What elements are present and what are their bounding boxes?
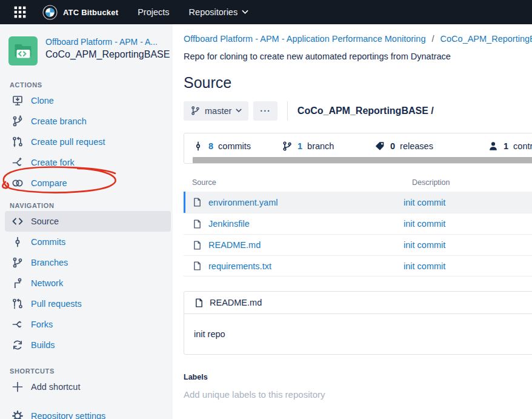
nav-network[interactable]: Network xyxy=(0,273,173,293)
nav-pull-requests-label: Pull requests xyxy=(31,299,82,309)
stat-releases[interactable]: 0 releases xyxy=(374,141,488,152)
action-create-pull-request-label: Create pull request xyxy=(31,137,105,147)
nav-repositories-label: Repositories xyxy=(189,7,238,17)
clone-icon xyxy=(11,95,24,107)
builds-icon xyxy=(11,339,24,351)
repo-stats-card: 8 commits 1 branch xyxy=(184,133,532,164)
repo-name: CoCo_APM_ReportingBASE xyxy=(45,48,170,61)
stat-commits-label: commits xyxy=(218,141,251,151)
repo-titles: Offboard Platform - APM - A... CoCo_APM_… xyxy=(45,36,170,61)
bmw-logo-icon[interactable] xyxy=(42,5,58,20)
top-navbar: ATC Bitbucket Projects Repositories xyxy=(0,0,532,24)
nav-commits[interactable]: Commits xyxy=(0,232,173,252)
file-icon xyxy=(192,197,202,207)
commit-message-link[interactable]: init commit xyxy=(404,219,532,229)
pull-requests-icon xyxy=(11,298,24,310)
table-row[interactable]: README.md init commit xyxy=(184,234,532,255)
sidebar: Offboard Platform - APM - A... CoCo_APM_… xyxy=(0,24,173,419)
add-shortcut-button[interactable]: Add shortcut xyxy=(0,377,173,397)
app-switcher-icon[interactable] xyxy=(13,5,27,19)
action-create-fork[interactable]: Create fork xyxy=(0,152,173,173)
repo-header: Offboard Platform - APM - A... CoCo_APM_… xyxy=(0,24,173,73)
file-icon xyxy=(194,298,204,308)
more-actions-label: ··· xyxy=(260,106,271,116)
readme-content: init repo xyxy=(184,313,532,354)
column-description: Description xyxy=(412,178,532,187)
file-link[interactable]: requirements.txt xyxy=(208,261,271,271)
main-content: Offboard Platform - APM - Application Pe… xyxy=(173,24,532,419)
compare-icon xyxy=(11,177,24,189)
branch-selector-button[interactable]: master xyxy=(184,101,248,121)
nav-builds[interactable]: Builds xyxy=(0,335,173,355)
stat-branches[interactable]: 1 branch xyxy=(282,141,374,152)
readme-filename[interactable]: README.md xyxy=(210,298,262,307)
action-compare-label: Compare xyxy=(31,178,67,188)
commit-message-link[interactable]: init commit xyxy=(404,261,532,271)
branch-icon xyxy=(282,141,293,152)
nav-pull-requests[interactable]: Pull requests xyxy=(0,293,173,314)
table-row[interactable]: environment.yaml init commit xyxy=(184,192,532,213)
add-shortcut-label: Add shortcut xyxy=(31,382,80,392)
action-clone-label: Clone xyxy=(31,96,54,106)
nav-projects[interactable]: Projects xyxy=(138,7,169,17)
stat-commits-value: 8 xyxy=(208,141,213,151)
nav-source-label: Source xyxy=(31,216,59,226)
breadcrumb-repo-link[interactable]: CoCo_APM_ReportingBASE xyxy=(441,34,532,44)
labels-section: Labels Add unique labels to this reposit… xyxy=(184,373,532,400)
app-title[interactable]: ATC Bitbucket xyxy=(63,8,118,17)
file-link[interactable]: README.md xyxy=(208,240,261,250)
breadcrumb-separator: / xyxy=(432,34,434,44)
file-link[interactable]: environment.yaml xyxy=(208,198,278,207)
nav-repositories[interactable]: Repositories xyxy=(189,7,249,17)
commit-icon xyxy=(11,236,24,248)
file-icon xyxy=(192,240,202,250)
nav-forks[interactable]: Forks xyxy=(0,314,173,335)
navigation-header: NAVIGATION xyxy=(10,202,173,209)
action-compare[interactable]: Compare xyxy=(0,173,173,193)
action-create-fork-label: Create fork xyxy=(31,158,75,167)
file-link[interactable]: Jenkinsfile xyxy=(208,219,250,229)
forks-icon xyxy=(11,318,24,330)
column-source: Source xyxy=(192,178,412,187)
stat-contributors[interactable]: 1 contributors xyxy=(488,141,532,152)
actions-header: ACTIONS xyxy=(10,81,173,89)
nav-network-label: Network xyxy=(31,278,63,288)
nav-commits-label: Commits xyxy=(31,237,65,247)
fork-icon xyxy=(11,156,24,169)
branch-selector-value: master xyxy=(205,106,231,116)
stats-horizontal-scrollbar[interactable] xyxy=(193,157,532,163)
nav-projects-label: Projects xyxy=(138,7,169,17)
chevron-down-icon xyxy=(236,109,242,113)
breadcrumb: Offboard Platform - APM - Application Pe… xyxy=(184,34,532,44)
table-row[interactable]: Jenkinsfile init commit xyxy=(184,213,532,234)
more-actions-button[interactable]: ··· xyxy=(253,101,278,121)
nav-branches[interactable]: Branches xyxy=(0,252,173,273)
stat-releases-label: releases xyxy=(400,141,433,151)
commit-icon xyxy=(193,141,204,152)
commit-message-link[interactable]: init commit xyxy=(404,198,532,207)
stat-branches-value: 1 xyxy=(298,141,302,151)
repo-avatar[interactable] xyxy=(8,36,38,65)
action-create-pull-request[interactable]: Create pull request xyxy=(0,132,173,152)
labels-input-placeholder[interactable]: Add unique labels to this repository xyxy=(184,389,532,400)
action-create-branch[interactable]: Create branch xyxy=(0,111,173,132)
commit-message-link[interactable]: init commit xyxy=(404,240,532,250)
breadcrumb-project-link[interactable]: Offboard Platform - APM - Application Pe… xyxy=(184,34,425,44)
chevron-down-icon xyxy=(242,10,248,15)
pull-request-icon xyxy=(11,136,24,148)
nav-forks-label: Forks xyxy=(31,320,53,329)
table-row[interactable]: requirements.txt init commit xyxy=(184,255,532,277)
tag-icon xyxy=(374,141,385,152)
stat-branches-label: branch xyxy=(307,141,334,151)
stat-releases-value: 0 xyxy=(390,141,395,151)
action-clone[interactable]: Clone xyxy=(0,90,173,111)
project-link[interactable]: Offboard Platform - APM - A... xyxy=(45,36,170,48)
branches-icon xyxy=(11,256,24,269)
nav-branches-label: Branches xyxy=(31,258,68,267)
branch-icon xyxy=(190,106,201,116)
labels-header: Labels xyxy=(184,373,532,381)
stat-commits[interactable]: 8 commits xyxy=(193,141,282,152)
nav-source[interactable]: Source xyxy=(5,211,171,232)
repository-settings-button[interactable]: Repository settings xyxy=(0,406,173,419)
readme-header: README.md xyxy=(184,292,532,313)
